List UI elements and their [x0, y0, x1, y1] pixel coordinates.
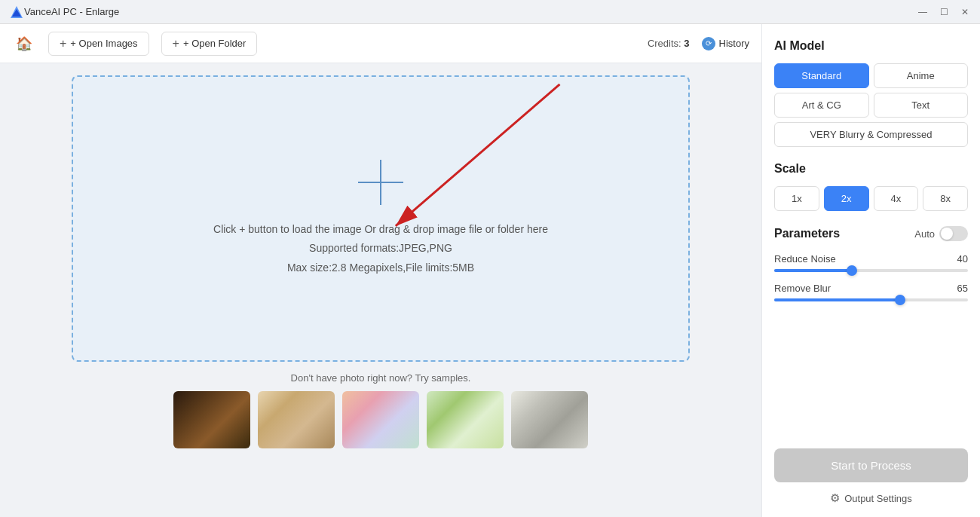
remove-blur-label-row: Remove Blur 65 — [774, 283, 968, 294]
svg-line-3 — [396, 84, 560, 226]
model-standard-button[interactable]: Standard — [774, 63, 869, 88]
drop-crosshair — [358, 160, 403, 205]
left-panel: 🏠 + + Open Images + + Open Folder Credit… — [0, 24, 761, 517]
toolbar: 🏠 + + Open Images + + Open Folder Credit… — [0, 24, 761, 63]
arrow-overlay — [73, 77, 688, 360]
home-button[interactable]: 🏠 — [12, 32, 36, 56]
open-folder-button[interactable]: + + Open Folder — [161, 32, 258, 56]
spacer — [774, 327, 968, 448]
plus-icon-folder: + — [173, 37, 179, 50]
credits-value: 3 — [684, 38, 689, 49]
minimize-button[interactable]: — — [917, 6, 929, 18]
scale-title: Scale — [774, 162, 968, 176]
params-header: Parameters Auto — [774, 226, 968, 241]
reduce-noise-value: 40 — [957, 253, 968, 265]
ai-model-grid: Standard Anime Art & CG Text VERY Blurry… — [774, 63, 968, 147]
app-logo — [9, 5, 24, 20]
output-settings-label: Output Settings — [844, 493, 912, 504]
drop-text: Click + button to load the image Or drag… — [213, 220, 548, 277]
auto-toggle-switch[interactable] — [939, 226, 968, 241]
remove-blur-row: Remove Blur 65 — [774, 283, 968, 301]
reduce-noise-fill — [774, 269, 852, 272]
start-process-button[interactable]: Start to Process — [774, 448, 968, 482]
samples-row — [72, 391, 690, 448]
parameters-title: Parameters — [774, 227, 840, 240]
maximize-button[interactable]: ☐ — [938, 6, 950, 18]
open-images-button[interactable]: + + Open Images — [48, 32, 149, 56]
samples-section: Don't have photo right now? Try samples. — [72, 372, 690, 448]
titlebar-title: VanceAI PC - Enlarge — [24, 6, 917, 17]
reduce-noise-label-row: Reduce Noise 40 — [774, 253, 968, 265]
sample-image-4[interactable] — [427, 391, 504, 448]
toolbar-right: Credits: 3 ⟳ History — [648, 37, 749, 50]
auto-label: Auto — [914, 228, 935, 240]
scale-8x-button[interactable]: 8x — [923, 186, 968, 211]
output-settings-button[interactable]: ⚙ Output Settings — [774, 491, 968, 505]
reduce-noise-row: Reduce Noise 40 — [774, 253, 968, 272]
remove-blur-thumb[interactable] — [895, 295, 905, 305]
remove-blur-slider[interactable] — [774, 298, 968, 301]
drop-zone[interactable]: Click + button to load the image Or drag… — [72, 75, 690, 362]
titlebar: VanceAI PC - Enlarge — ☐ ✕ — [0, 0, 980, 24]
open-folder-label: + Open Folder — [183, 38, 246, 49]
reduce-noise-slider[interactable] — [774, 269, 968, 272]
remove-blur-value: 65 — [957, 283, 968, 294]
open-images-label: + Open Images — [70, 38, 137, 49]
scale-4x-button[interactable]: 4x — [874, 186, 919, 211]
scale-2x-button[interactable]: 2x — [824, 186, 869, 211]
ai-model-title: AI Model — [774, 39, 968, 53]
remove-blur-fill — [774, 298, 900, 301]
history-label: History — [719, 38, 749, 49]
model-anime-button[interactable]: Anime — [874, 63, 969, 88]
model-artcg-button[interactable]: Art & CG — [774, 93, 869, 118]
scale-buttons: 1x 2x 4x 8x — [774, 186, 968, 211]
history-button[interactable]: ⟳ History — [702, 37, 749, 50]
window-controls: — ☐ ✕ — [917, 6, 971, 18]
app-container: 🏠 + + Open Images + + Open Folder Credit… — [0, 24, 980, 517]
model-text-button[interactable]: Text — [874, 93, 969, 118]
content-area: Click + button to load the image Or drag… — [0, 63, 761, 517]
parameters-section: Parameters Auto Reduce Noise 40 — [774, 226, 968, 312]
scale-1x-button[interactable]: 1x — [774, 186, 819, 211]
auto-toggle: Auto — [914, 226, 968, 241]
gear-icon: ⚙ — [830, 491, 840, 505]
model-veryblurry-button[interactable]: VERY Blurry & Compressed — [774, 122, 968, 147]
sample-image-1[interactable] — [173, 391, 250, 448]
sample-image-2[interactable] — [258, 391, 335, 448]
samples-label: Don't have photo right now? Try samples. — [72, 372, 690, 384]
history-icon: ⟳ — [702, 37, 715, 50]
credits-text: Credits: 3 — [648, 38, 690, 49]
right-panel: AI Model Standard Anime Art & CG Text VE… — [761, 24, 980, 517]
sample-image-3[interactable] — [342, 391, 419, 448]
remove-blur-label: Remove Blur — [774, 283, 831, 294]
plus-icon: + — [60, 37, 66, 50]
sample-image-5[interactable] — [511, 391, 588, 448]
reduce-noise-label: Reduce Noise — [774, 253, 836, 265]
close-button[interactable]: ✕ — [959, 6, 971, 18]
scale-section: Scale 1x 2x 4x 8x — [774, 162, 968, 211]
reduce-noise-thumb[interactable] — [847, 265, 857, 276]
